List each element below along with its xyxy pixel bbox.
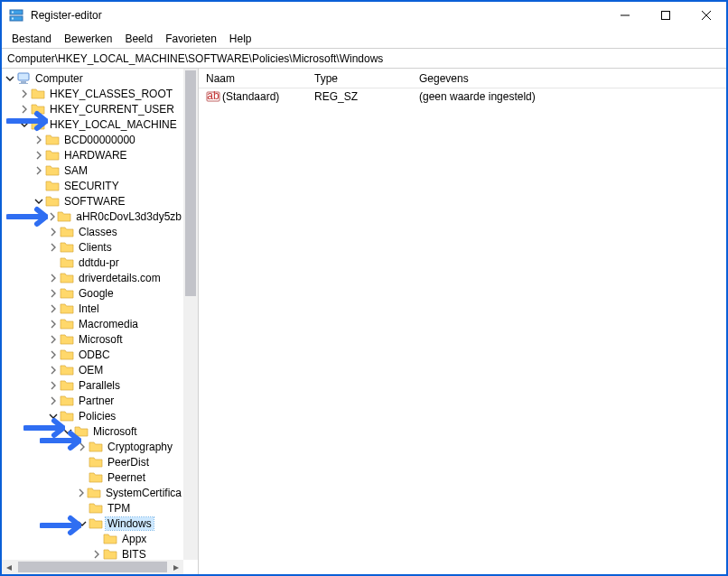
tree-node[interactable]: HKEY_CURRENT_USER [2, 101, 183, 116]
tree-node[interactable]: Appx [2, 531, 183, 546]
tree-node[interactable]: SystemCertifica [2, 485, 183, 500]
folder-icon [60, 255, 74, 270]
scrollbar-thumb[interactable] [185, 70, 196, 296]
expander-open-icon[interactable] [18, 118, 31, 131]
column-header-type[interactable]: Type [307, 70, 412, 88]
tree-node[interactable]: Classes [2, 224, 183, 239]
tree-node-label: ddtdu-pr [77, 256, 121, 269]
tree-node[interactable]: Windows [2, 516, 183, 531]
tree-horizontal-scrollbar[interactable]: ◂ ▸ [2, 560, 183, 574]
expander-open-icon[interactable] [33, 195, 45, 208]
tree-node-label: Intel [77, 302, 101, 315]
folder-icon [60, 302, 74, 316]
tree-node-label: Microsoft [77, 333, 125, 346]
tree-node[interactable]: driverdetails.com [2, 270, 183, 285]
expander-open-icon[interactable] [47, 410, 60, 423]
list-header: Naam Type Gegevens [199, 69, 726, 88]
tree-node[interactable]: Microsoft [2, 331, 183, 347]
tree-node[interactable]: Google [2, 285, 183, 301]
scroll-left-icon[interactable]: ◂ [2, 561, 16, 573]
folder-icon [89, 470, 103, 485]
tree-node[interactable]: Cryptography [2, 439, 183, 454]
tree-node[interactable]: SECURITY [2, 178, 183, 193]
menu-bestand[interactable]: Bestand [5, 30, 58, 48]
expander-closed-icon[interactable] [47, 226, 60, 238]
expander-closed-icon[interactable] [18, 88, 31, 100]
menu-beeld[interactable]: Beeld [118, 30, 159, 48]
expander-closed-icon[interactable] [76, 441, 89, 453]
tree-node[interactable]: ODBC [2, 347, 183, 362]
expander-closed-icon[interactable] [33, 149, 45, 162]
tree-view[interactable]: ComputerHKEY_CLASSES_ROOTHKEY_CURRENT_US… [2, 69, 183, 560]
expander-closed-icon[interactable] [47, 333, 60, 346]
menu-help[interactable]: Help [223, 30, 258, 48]
scrollbar-thumb[interactable] [18, 562, 168, 572]
tree-node[interactable]: PeerDist [2, 454, 183, 469]
tree-node-label: Parallels [77, 379, 122, 392]
expander-closed-icon[interactable] [47, 241, 60, 254]
tree-node[interactable]: BCD00000000 [2, 132, 183, 147]
tree-node[interactable]: Parallels [2, 377, 183, 393]
expander-open-icon[interactable] [76, 517, 89, 530]
regedit-app-icon [9, 8, 23, 23]
tree-node[interactable]: TPM [2, 500, 183, 516]
tree-node[interactable]: Partner [2, 393, 183, 408]
tree-node[interactable]: OEM [2, 362, 183, 377]
expander-open-icon[interactable] [61, 425, 74, 438]
folder-icon [57, 209, 71, 224]
expander-closed-icon[interactable] [47, 364, 60, 376]
tree-node[interactable]: HARDWARE [2, 147, 183, 163]
tree-vertical-scrollbar[interactable] [183, 69, 198, 560]
tree-node[interactable]: BITS [2, 546, 183, 560]
column-header-name[interactable]: Naam [199, 70, 307, 88]
expander-closed-icon[interactable] [76, 487, 87, 499]
minimize-button[interactable] [604, 2, 645, 29]
values-pane: Naam Type Gegevens ab(Standaard)REG_SZ(g… [199, 69, 726, 574]
expander-closed-icon[interactable] [47, 287, 60, 300]
svg-rect-3 [12, 18, 14, 20]
expander-closed-icon[interactable] [47, 302, 60, 315]
menu-bewerken[interactable]: Bewerken [58, 30, 118, 48]
expander-closed-icon[interactable] [47, 318, 60, 330]
tree-node[interactable]: aHR0cDovL3d3dy5zb [2, 209, 183, 224]
menu-favorieten[interactable]: Favorieten [159, 30, 223, 48]
titlebar[interactable]: Register-editor [2, 2, 726, 29]
tree-node[interactable]: Peernet [2, 469, 183, 485]
expander-open-icon[interactable] [4, 72, 16, 85]
svg-rect-5 [661, 12, 669, 20]
expander-none [76, 456, 89, 469]
tree-node[interactable]: ddtdu-pr [2, 255, 183, 270]
list-row[interactable]: ab(Standaard)REG_SZ(geen waarde ingestel… [199, 88, 726, 105]
expander-closed-icon[interactable] [47, 210, 57, 223]
close-button[interactable] [686, 2, 726, 29]
tree-node[interactable]: HKEY_CLASSES_ROOT [2, 86, 183, 101]
tree-node[interactable]: SAM [2, 163, 183, 178]
tree-node[interactable]: Computer [2, 70, 183, 86]
tree-node[interactable]: Policies [2, 408, 183, 423]
tree-node[interactable]: SOFTWARE [2, 193, 183, 209]
tree-node[interactable]: Microsoft [2, 423, 183, 439]
tree-node[interactable]: Clients [2, 239, 183, 255]
expander-closed-icon[interactable] [47, 395, 60, 407]
tree-node-label: aHR0cDovL3d3dy5zb [74, 210, 183, 223]
tree-node[interactable]: Intel [2, 301, 183, 316]
maximize-button[interactable] [645, 2, 686, 29]
expander-closed-icon[interactable] [33, 134, 45, 146]
address-bar[interactable]: Computer\HKEY_LOCAL_MACHINE\SOFTWARE\Pol… [2, 49, 726, 69]
tree-node[interactable]: HKEY_LOCAL_MACHINE [2, 116, 183, 132]
list-body[interactable]: ab(Standaard)REG_SZ(geen waarde ingestel… [199, 88, 726, 105]
expander-closed-icon[interactable] [18, 103, 31, 116]
tree-node-label: TPM [106, 502, 132, 515]
content-area: ComputerHKEY_CLASSES_ROOTHKEY_CURRENT_US… [2, 69, 726, 574]
tree-node-label: Windows [106, 517, 154, 530]
folder-icon [60, 409, 74, 423]
scroll-right-icon[interactable]: ▸ [169, 561, 183, 573]
column-header-data[interactable]: Gegevens [412, 70, 726, 88]
folder-icon [60, 225, 74, 239]
expander-closed-icon[interactable] [47, 379, 60, 392]
expander-closed-icon[interactable] [33, 164, 45, 177]
expander-closed-icon[interactable] [47, 348, 60, 361]
expander-closed-icon[interactable] [90, 548, 103, 561]
tree-node[interactable]: Macromedia [2, 316, 183, 331]
expander-closed-icon[interactable] [47, 272, 60, 284]
